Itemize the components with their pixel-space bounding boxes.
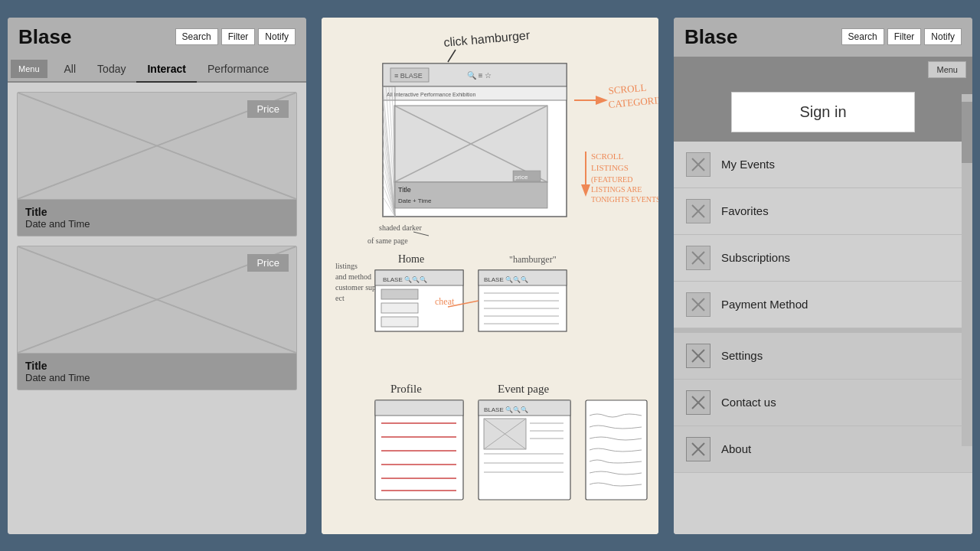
- about-label: About: [721, 442, 751, 455]
- menu-item-favorites[interactable]: Favorites: [674, 188, 972, 235]
- svg-text:Event page: Event page: [498, 383, 549, 395]
- event-datetime-2: Date and Time: [25, 372, 289, 383]
- event-card-1[interactable]: Price Title Date and Time: [17, 92, 297, 236]
- svg-text:cheat: cheat: [435, 296, 455, 307]
- svg-text:TONIGHTS EVENTS): TONIGHTS EVENTS): [591, 195, 658, 204]
- tab-performance[interactable]: Performance: [197, 57, 279, 83]
- price-badge-2: Price: [247, 254, 289, 272]
- svg-text:price: price: [514, 174, 528, 181]
- svg-rect-56: [381, 303, 418, 313]
- event-datetime-1: Date and Time: [25, 218, 289, 230]
- contact-us-icon: [686, 390, 710, 415]
- svg-text:Home: Home: [398, 253, 424, 265]
- scrollbar-thumb[interactable]: [962, 102, 972, 163]
- right-header: Blase Search Filter Notify: [674, 18, 972, 57]
- right-menu-button[interactable]: Menu: [928, 61, 966, 78]
- menu-item-my-events[interactable]: My Events: [674, 142, 972, 188]
- right-search-button[interactable]: Search: [841, 28, 884, 45]
- right-content: Sign in My Events Favorites Subscript: [674, 83, 972, 534]
- left-header: Blase Search Filter Notify: [8, 18, 306, 57]
- middle-panel: click hamburger ≡ BLASE 🔍 ≡ ☆ All Intera…: [322, 18, 658, 534]
- left-header-buttons: Search Filter Notify: [175, 28, 296, 45]
- svg-text:Date + Time: Date + Time: [398, 197, 432, 204]
- menu-item-payment-method[interactable]: Payment Method: [674, 282, 972, 328]
- svg-text:of same page: of same page: [368, 236, 408, 245]
- svg-text:🔍 ≡ ☆: 🔍 ≡ ☆: [467, 70, 492, 80]
- left-title: Blase: [18, 25, 71, 49]
- search-button[interactable]: Search: [175, 28, 218, 45]
- payment-method-icon: [686, 292, 710, 317]
- svg-text:Title: Title: [398, 186, 411, 194]
- svg-text:listings: listings: [335, 262, 358, 270]
- subscriptions-icon: [686, 246, 710, 270]
- svg-text:ect: ect: [335, 294, 345, 302]
- tab-interact[interactable]: Interact: [136, 57, 197, 83]
- left-content: Price Title Date and Time Price Title Da…: [8, 83, 306, 534]
- svg-rect-57: [381, 317, 418, 327]
- svg-text:LISTINGS: LISTINGS: [591, 163, 629, 172]
- menu-item-contact-us[interactable]: Contact us: [674, 380, 972, 426]
- svg-text:All  Interactive  Performance : All Interactive Performance Exhibition: [387, 92, 475, 97]
- price-badge-1: Price: [247, 100, 289, 118]
- event-image-1: Price: [18, 93, 296, 200]
- svg-text:shaded darker: shaded darker: [379, 223, 422, 232]
- svg-rect-70: [375, 400, 463, 416]
- svg-text:(FEATURED: (FEATURED: [591, 175, 632, 184]
- svg-text:≡ BLASE: ≡ BLASE: [394, 72, 423, 80]
- right-title: Blase: [684, 25, 737, 49]
- tab-today[interactable]: Today: [87, 57, 136, 83]
- signin-area: Sign in: [674, 83, 972, 142]
- right-filter-button[interactable]: Filter: [887, 28, 922, 45]
- event-title-2: Title: [25, 360, 289, 372]
- signin-button[interactable]: Sign in: [731, 92, 915, 132]
- svg-rect-55: [381, 289, 418, 299]
- scrollbar-track[interactable]: [962, 94, 972, 446]
- right-panel: Blase Search Filter Notify Menu Sign in …: [674, 18, 972, 534]
- svg-text:Profile: Profile: [390, 383, 422, 395]
- menu-list: My Events Favorites Subscriptions Paymen…: [674, 142, 972, 534]
- menu-item-subscriptions[interactable]: Subscriptions: [674, 235, 972, 282]
- svg-text:and method: and method: [335, 272, 371, 281]
- event-image-2: Price: [18, 246, 296, 354]
- payment-method-label: Payment Method: [721, 298, 808, 311]
- tab-all[interactable]: All: [54, 57, 87, 83]
- event-info-1: Title Date and Time: [18, 200, 296, 236]
- event-title-1: Title: [25, 206, 289, 218]
- left-nav-tabs: Menu All Today Interact Performance: [8, 57, 306, 83]
- subscriptions-label: Subscriptions: [721, 251, 790, 264]
- svg-text:BLASE 🔍🔍🔍: BLASE 🔍🔍🔍: [383, 276, 427, 283]
- my-events-icon: [686, 152, 710, 177]
- right-header-buttons: Search Filter Notify: [841, 28, 962, 45]
- svg-text:"hamburger": "hamburger": [509, 254, 557, 265]
- right-notify-button[interactable]: Notify: [924, 28, 962, 45]
- favorites-label: Favorites: [721, 204, 769, 217]
- my-events-label: My Events: [721, 158, 775, 171]
- svg-text:BLASE 🔍🔍🔍: BLASE 🔍🔍🔍: [484, 406, 528, 413]
- left-panel: Blase Search Filter Notify Menu All Toda…: [8, 18, 306, 534]
- svg-text:BLASE 🔍🔍🔍: BLASE 🔍🔍🔍: [484, 276, 528, 283]
- contact-us-label: Contact us: [721, 396, 776, 409]
- event-info-2: Title Date and Time: [18, 354, 296, 390]
- menu-item-settings[interactable]: Settings: [674, 333, 972, 380]
- menu-item-about[interactable]: About: [674, 426, 972, 473]
- svg-text:SCROLL: SCROLL: [591, 152, 623, 161]
- right-nav: Menu: [674, 57, 972, 83]
- settings-icon: [686, 344, 710, 368]
- filter-button[interactable]: Filter: [221, 28, 256, 45]
- event-card-2[interactable]: Price Title Date and Time: [17, 246, 297, 390]
- settings-label: Settings: [721, 349, 763, 362]
- favorites-icon: [686, 199, 710, 223]
- about-icon: [686, 437, 710, 461]
- left-menu-button[interactable]: Menu: [11, 60, 47, 78]
- notify-button[interactable]: Notify: [258, 28, 296, 45]
- svg-text:LISTINGS ARE: LISTINGS ARE: [591, 185, 642, 194]
